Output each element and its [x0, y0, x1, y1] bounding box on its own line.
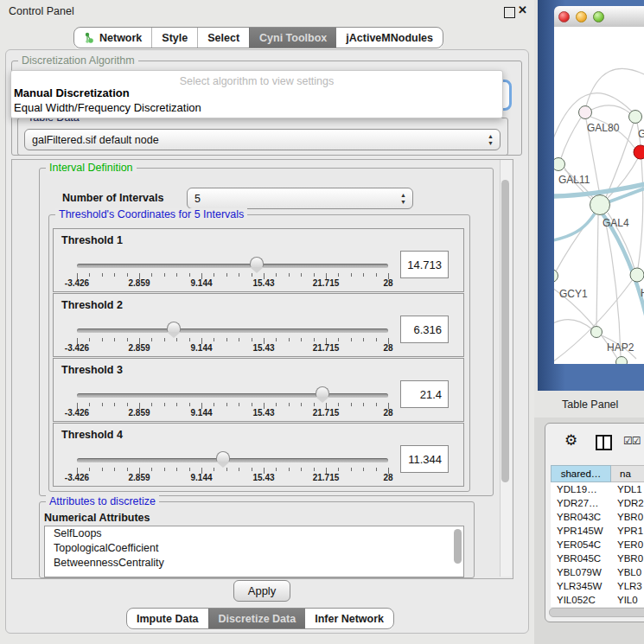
minor-tick [239, 338, 239, 341]
minor-tick [189, 338, 190, 341]
minor-tick [151, 403, 152, 406]
minor-tick [363, 468, 364, 471]
list-item-attribute[interactable]: TopologicalCoefficient [45, 541, 463, 556]
attributes-scrollbar-thumb[interactable] [454, 529, 462, 564]
network-view-window: GAL80GACGAL11GAL4GCY1HHAP2 [538, 0, 644, 391]
menu-item-equal-width-discretization[interactable]: Equal Width/Frequency Discretization [14, 101, 201, 114]
node-top-right[interactable] [629, 111, 642, 124]
tick-label: 28 [383, 473, 392, 482]
tab-style[interactable]: Style [151, 28, 197, 48]
node-bottom[interactable] [616, 357, 628, 365]
slider-ticks [77, 273, 388, 280]
slider-handle[interactable] [250, 257, 264, 273]
table-row[interactable]: YBL079WYBL0 [551, 565, 644, 579]
combobox-stepper-icon[interactable]: ▲▼ [400, 192, 406, 206]
minor-tick [239, 273, 239, 277]
network-canvas[interactable]: GAL80GACGAL11GAL4GCY1HHAP2 [554, 27, 644, 364]
minor-tick [376, 273, 377, 277]
table-row[interactable]: YBR043CYBR0 [551, 510, 644, 524]
table-row[interactable]: YDR27…YDR2 [551, 496, 644, 510]
node-attribute-table[interactable]: shared… na YDL19…YDL1YDR27…YDR2YBR043CYB… [551, 465, 644, 609]
node-gal4[interactable] [590, 195, 610, 215]
table-row[interactable]: YBR045CYBR0 [551, 552, 644, 565]
threshold-value-field[interactable]: 11.344 [400, 445, 449, 473]
network-window-titlebar[interactable] [554, 6, 644, 28]
slider-handle[interactable] [167, 322, 181, 338]
list-item-attribute[interactable]: BetweennessCentrality [45, 556, 463, 571]
table-row[interactable]: YDL19…YDL1 [551, 482, 644, 496]
table-row[interactable]: YPR145WYPR1 [551, 524, 644, 538]
vertical-scrollbar-thumb[interactable] [501, 180, 509, 482]
table-header-row: shared… na [551, 465, 644, 482]
table-data-combobox[interactable]: galFiltered.sif default node ▲▼ [24, 129, 501, 150]
apply-button[interactable]: Apply [233, 580, 290, 602]
number-of-intervals-combobox[interactable]: 5 ▲▼ [187, 188, 413, 209]
checkbox-icons[interactable]: ☑☑ [623, 435, 641, 447]
tab-impute-data[interactable]: Impute Data [127, 609, 208, 628]
slider-handle[interactable] [216, 451, 230, 468]
minor-tick [151, 273, 152, 277]
minor-tick [363, 403, 364, 406]
tab-select[interactable]: Select [197, 28, 249, 48]
column-header-name[interactable]: na [611, 465, 644, 482]
table-row[interactable]: YER054CYER0 [551, 538, 644, 552]
minor-tick [289, 468, 290, 471]
node-gal11[interactable] [554, 158, 565, 171]
minor-tick [252, 338, 252, 341]
discretization-algorithm-title: Discretization Algorithm [18, 54, 138, 67]
tick-label: 9.144 [190, 278, 212, 288]
minor-tick [114, 273, 115, 277]
minor-tick [114, 403, 115, 406]
split-view-icon[interactable] [596, 435, 612, 450]
minor-tick [301, 338, 302, 341]
tab-cyni-toolbox[interactable]: Cyni Toolbox [249, 28, 336, 48]
minor-tick [127, 403, 128, 406]
threshold-value-field[interactable]: 6.316 [400, 316, 449, 343]
minor-tick [189, 403, 190, 406]
list-item-attribute[interactable]: SelfLoops [45, 526, 463, 541]
tick-label: 21.715 [313, 278, 340, 288]
horizontal-scrollbar-thumb[interactable] [549, 608, 644, 617]
tab-network[interactable]: Network [74, 28, 151, 48]
cell-name: YLR3 [611, 579, 644, 593]
minimize-traffic-light-icon[interactable] [576, 11, 587, 22]
cell-name: YPR1 [611, 524, 644, 538]
table-row[interactable]: YIL052CYIL0 [551, 593, 644, 607]
combobox-stepper-icon[interactable]: ▲▼ [488, 133, 494, 147]
node-gal80[interactable] [579, 106, 592, 119]
node-right-mid[interactable] [630, 268, 644, 282]
threshold-value-field[interactable]: 14.713 [400, 251, 449, 278]
node-selected-red[interactable] [634, 145, 644, 159]
slider-track[interactable] [77, 328, 388, 333]
tick-label: -3.426 [65, 278, 89, 288]
slider-handle[interactable] [316, 386, 329, 403]
slider-ticks [77, 338, 388, 345]
slider-track[interactable] [77, 458, 388, 462]
threshold-panel-1: Threshold 1-3.4262.8599.14415.4321.71528… [53, 228, 464, 292]
tab-infer-network[interactable]: Infer Network [305, 609, 393, 628]
minor-tick [351, 338, 352, 341]
tab-discretize-data[interactable]: Discretize Data [208, 609, 306, 628]
minor-tick [127, 468, 128, 471]
column-header-shared[interactable]: shared… [551, 465, 611, 482]
right-region: GAL80GACGAL11GAL4GCY1HHAP2 Table Panel ⚙… [534, 0, 644, 644]
float-window-icon[interactable] [504, 7, 515, 18]
zoom-traffic-light-icon[interactable] [593, 11, 604, 22]
node-hap2[interactable] [591, 327, 603, 338]
node-label-hap2: HAP2 [607, 341, 634, 354]
minor-tick [314, 273, 315, 277]
slider-ticks [77, 403, 388, 410]
gear-icon[interactable]: ⚙ [564, 433, 577, 448]
table-row[interactable]: YLR345WYLR3 [551, 579, 644, 593]
menu-item-manual-discretization[interactable]: Manual Discretization [14, 86, 130, 99]
slider-track[interactable] [77, 264, 388, 268]
close-icon[interactable]: ✕ [518, 3, 527, 13]
tick-label: 21.715 [313, 343, 340, 353]
close-traffic-light-icon[interactable] [558, 11, 570, 22]
slider-track[interactable] [77, 393, 388, 398]
numerical-attributes-list[interactable]: SelfLoopsTopologicalCoefficientBetweenne… [44, 526, 464, 577]
tab-jactivemnodules[interactable]: jActiveMNodules [336, 28, 443, 48]
node-gcy1[interactable] [554, 270, 558, 283]
threshold-value-field[interactable]: 21.4 [400, 380, 449, 408]
tick-label: 15.43 [252, 473, 274, 482]
